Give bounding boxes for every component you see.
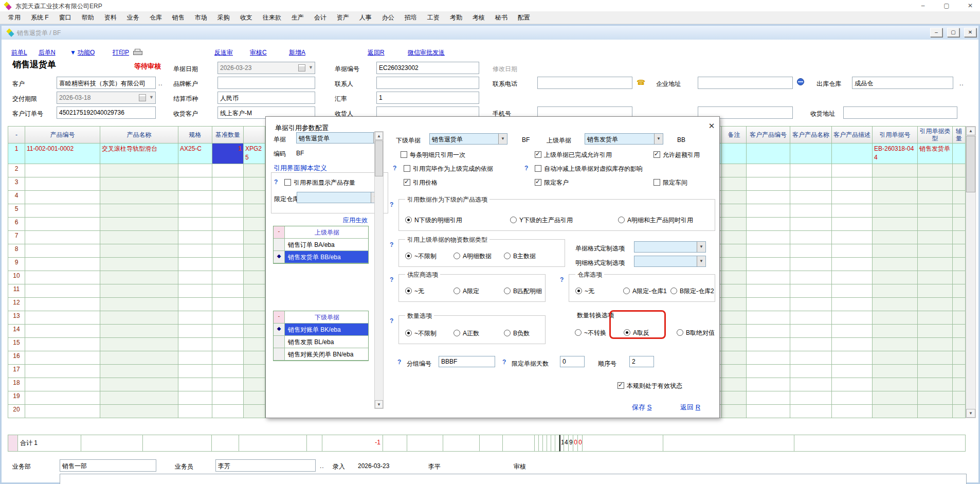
cell[interactable]: 3 xyxy=(8,177,25,191)
cell[interactable] xyxy=(25,231,100,244)
qty_convert-option-0[interactable]: ~不转换 xyxy=(575,329,606,337)
radio-icon[interactable] xyxy=(670,288,677,294)
cell[interactable] xyxy=(244,284,265,298)
cell[interactable] xyxy=(178,325,212,338)
menu-item-4[interactable]: 资料 xyxy=(99,12,122,24)
cell[interactable] xyxy=(832,365,873,378)
supplier-option-1[interactable]: A限定 xyxy=(453,287,479,296)
cell[interactable] xyxy=(832,311,873,325)
cell[interactable] xyxy=(100,378,178,391)
cell[interactable] xyxy=(100,365,178,378)
cell[interactable] xyxy=(953,391,966,405)
menu-item-11[interactable]: 往来款 xyxy=(258,12,286,24)
detail-format-combo[interactable]: ▼ xyxy=(634,256,706,267)
cell[interactable] xyxy=(722,164,747,177)
product_options-option-1[interactable]: Y下级的主产品引用 xyxy=(510,216,573,225)
cell[interactable] xyxy=(100,258,178,271)
delivery-deadline-input[interactable]: 2026-03-18 ▼ xyxy=(57,92,156,104)
menu-item-22[interactable]: 配置 xyxy=(513,12,535,24)
dialog-checkbox-0[interactable]: 每条明细只引用一次 xyxy=(401,151,465,159)
cell[interactable] xyxy=(953,338,966,351)
radio-icon[interactable] xyxy=(405,253,412,259)
dialog-checkbox-7[interactable]: 限定车间 xyxy=(654,178,687,187)
cell[interactable]: 16 xyxy=(8,351,25,365)
cell[interactable]: 12 xyxy=(8,298,25,311)
row1-cell-5[interactable]: XPG25 xyxy=(244,144,265,164)
cell[interactable] xyxy=(832,204,873,218)
cell[interactable] xyxy=(244,218,265,231)
doc-no-input[interactable]: EC260323002 xyxy=(376,62,479,74)
cell[interactable] xyxy=(790,405,832,418)
material_type-option-2[interactable]: B主数据 xyxy=(504,252,536,261)
toolbar-new[interactable]: 新增A xyxy=(289,48,305,57)
cell[interactable] xyxy=(747,338,790,351)
cell[interactable] xyxy=(918,204,953,218)
menu-item-12[interactable]: 生产 xyxy=(286,12,309,24)
cell[interactable] xyxy=(832,177,873,191)
checkbox-icon[interactable] xyxy=(535,165,541,172)
cell[interactable] xyxy=(100,177,178,191)
radio-icon[interactable] xyxy=(677,329,683,336)
list-item[interactable]: ◆销售对账单 BK/eba xyxy=(274,324,368,336)
cell[interactable]: 8 xyxy=(8,244,25,258)
cell[interactable] xyxy=(178,405,212,418)
menu-item-16[interactable]: 办公 xyxy=(377,12,400,24)
dept-input[interactable]: 销售一部 xyxy=(60,459,156,472)
row1-cell-4[interactable]: 1 xyxy=(212,144,244,164)
cell[interactable] xyxy=(100,218,178,231)
cell[interactable] xyxy=(25,258,100,271)
radio-icon[interactable] xyxy=(504,330,511,336)
cell[interactable] xyxy=(953,351,966,365)
group-no-input[interactable]: BBBF xyxy=(439,356,495,367)
warehouse-option-0[interactable]: ~无 xyxy=(575,287,594,296)
cell[interactable] xyxy=(244,177,265,191)
toolbar-back[interactable]: 返回R xyxy=(368,48,385,57)
back-button[interactable]: 返回 R xyxy=(680,403,700,412)
cell[interactable] xyxy=(873,177,918,191)
cell[interactable] xyxy=(244,391,265,405)
cell[interactable]: 17 xyxy=(8,365,25,378)
cell[interactable] xyxy=(178,365,212,378)
cell[interactable] xyxy=(244,405,265,418)
calendar-icon[interactable] xyxy=(298,64,305,71)
cell[interactable] xyxy=(918,378,953,391)
cell[interactable] xyxy=(212,338,244,351)
cell[interactable] xyxy=(873,258,918,271)
cell[interactable] xyxy=(212,365,244,378)
cell[interactable] xyxy=(873,325,918,338)
cell[interactable] xyxy=(918,325,953,338)
cell[interactable] xyxy=(918,177,953,191)
cell[interactable] xyxy=(832,351,873,365)
toolbar-wechat-send[interactable]: 微信审批发送 xyxy=(408,48,445,57)
dialog-close-icon[interactable]: ✕ xyxy=(707,121,716,131)
doc-restore-button[interactable]: ▢ xyxy=(947,28,959,37)
row1-cell-10[interactable] xyxy=(832,144,873,164)
cell[interactable] xyxy=(873,244,918,258)
checkbox-icon[interactable] xyxy=(401,151,407,158)
app-maximize-button[interactable]: ▢ xyxy=(938,1,955,10)
cell[interactable] xyxy=(722,391,747,405)
cell[interactable] xyxy=(873,218,918,231)
quantity-option-0[interactable]: ~不限制 xyxy=(405,329,437,338)
cell[interactable] xyxy=(212,391,244,405)
cell[interactable]: 19 xyxy=(8,391,25,405)
cell[interactable] xyxy=(747,244,790,258)
cell[interactable] xyxy=(178,271,212,284)
cell[interactable] xyxy=(832,338,873,351)
cell[interactable] xyxy=(832,218,873,231)
scroll-thumb[interactable] xyxy=(375,140,383,176)
cell[interactable] xyxy=(212,177,244,191)
cell[interactable] xyxy=(918,244,953,258)
radio-icon[interactable] xyxy=(504,253,511,259)
cell[interactable] xyxy=(212,244,244,258)
cell[interactable] xyxy=(790,298,832,311)
cell[interactable] xyxy=(790,204,832,218)
chevron-down-icon[interactable]: ▼ xyxy=(697,242,705,252)
cell[interactable] xyxy=(953,244,966,258)
cell[interactable]: 10 xyxy=(8,271,25,284)
radio-icon[interactable] xyxy=(618,217,625,223)
cell[interactable] xyxy=(722,338,747,351)
menu-item-3[interactable]: 帮助 xyxy=(77,12,99,24)
cell[interactable] xyxy=(747,191,790,204)
cell[interactable] xyxy=(918,258,953,271)
